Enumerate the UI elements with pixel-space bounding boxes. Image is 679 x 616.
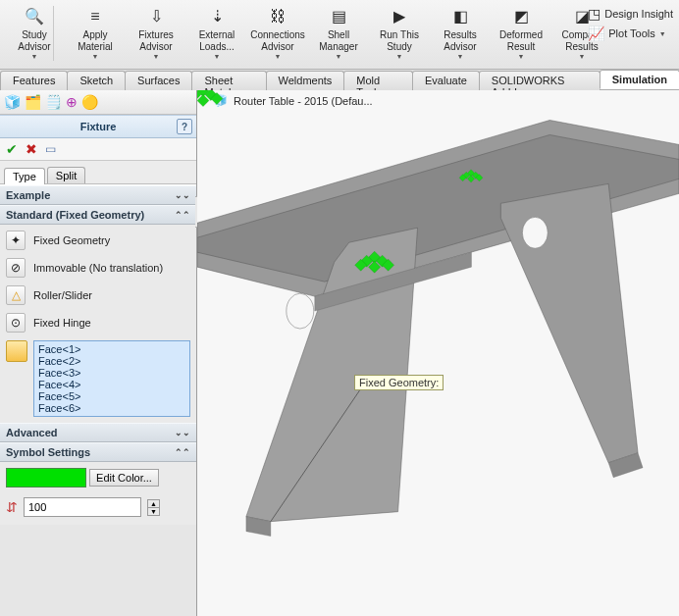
size-arrows-icon: ⇵ [6,499,18,515]
connection-icon: ⛓ [266,5,289,28]
command-tab-bar: Features Sketch Surfaces Sheet Metal Wel… [0,70,679,90]
ribbon-label: Shell Manager [319,29,357,52]
panel-subtabs: Type Split [0,161,196,184]
tab-addins[interactable]: SOLIDWORKS Add-Ins [479,71,601,90]
chevron-down-icon: ⌄⌄ [175,428,190,437]
ribbon-right-label: Plot Tools [608,27,655,39]
deformed-icon: ◩ [509,5,533,28]
tab-surfaces[interactable]: Surfaces [125,71,192,90]
ribbon-fixtures-advisor[interactable]: ⇩ Fixtures Advisor ▼ [126,2,186,64]
magnifier-icon: 🔍 [23,5,46,28]
ribbon-design-insight[interactable]: ◳ Design Insight [588,4,673,24]
chevron-down-icon: ▼ [92,53,99,61]
fixture-fixed-geometry[interactable]: ✦ Fixed Geometry [0,227,196,254]
fixture-fixed-hinge[interactable]: ⊙ Fixed Hinge [0,309,196,336]
symbol-color-swatch[interactable] [6,468,86,488]
fixture-icon: ⇩ [144,5,168,28]
section-example[interactable]: Example ⌄⌄ [0,185,196,205]
ribbon-label: Apply Material [78,29,113,52]
tab-features[interactable]: Features [0,71,68,90]
tab-mold-tools[interactable]: Mold Tools [343,71,413,90]
ribbon-label: Run This Study [380,29,419,52]
list-item[interactable]: Face<2> [38,355,185,367]
fixed-geometry-icon: ✦ [6,231,26,250]
workspace: 🧊 🗂️ 🗒️ ⊕ 🟡 Fixture ? ✔ ✖ ▭ Type Split E… [0,90,679,616]
ribbon-external-loads[interactable]: ⇣ External Loads... ▼ [186,2,247,64]
pin-button[interactable]: ▭ [45,142,56,156]
assembly-icon[interactable]: 🧊 [4,94,21,110]
material-icon: ≡ [83,5,107,28]
chevron-down-icon: ▼ [336,53,342,61]
chevron-down-icon: ▼ [153,53,160,61]
ribbon-apply-material[interactable]: ≡ Apply Material ▼ [65,2,126,64]
section-standard[interactable]: Standard (Fixed Geometry) ⌃⌃ [0,205,196,225]
ok-button[interactable]: ✔ [6,141,18,157]
symbol-size-row: ⇵ ▲▼ [0,491,196,523]
graphics-viewport[interactable]: ▸ 🧊 Router Table - 2015 (Defau... [197,90,679,616]
tree-icon[interactable]: 🗒️ [45,94,62,110]
symbol-size-input[interactable] [24,497,141,517]
ribbon-label: Deformed Result [499,29,543,52]
chevron-down-icon: ▼ [518,53,525,61]
shell-icon: ▤ [327,5,350,28]
ribbon-label: Fixtures Advisor [138,29,174,52]
list-item[interactable]: Face<1> [38,343,185,355]
ribbon-label: Results Advisor [444,29,476,52]
plot-icon: 📈 [588,26,604,41]
panel-title: Fixture ? [0,115,196,138]
ribbon-connections-advisor[interactable]: ⛓ Connections Advisor ▼ [247,2,308,64]
section-label: Symbol Settings [6,446,90,458]
ribbon-run-study[interactable]: ▶ Run This Study ▼ [369,2,430,64]
fixture-roller-slider[interactable]: △ Roller/Slider [0,282,196,309]
panel-title-text: Fixture [80,121,117,132]
cancel-button[interactable]: ✖ [26,141,37,157]
subtab-split[interactable]: Split [47,167,85,183]
tab-sketch[interactable]: Sketch [67,71,126,90]
tab-weldments[interactable]: Weldments [266,71,345,90]
section-symbol-settings[interactable]: Symbol Settings ⌃⌃ [0,442,196,462]
chevron-down-icon: ▼ [396,53,403,61]
fixture-tooltip: Fixed Geometry: [354,375,444,390]
face-select-icon[interactable] [6,340,27,362]
chevron-down-icon: ▼ [31,53,38,61]
ribbon-right-label: Design Insight [604,8,673,20]
section-symbol-body: Edit Color... ⇵ ▲▼ [0,462,196,525]
chevron-down-icon: ▼ [659,30,666,37]
tab-sheet-metal[interactable]: Sheet Metal [191,71,266,90]
fixture-label: Fixed Hinge [33,317,91,329]
section-label: Standard (Fixed Geometry) [6,209,144,221]
target-icon[interactable]: ⊕ [66,94,78,110]
roller-icon: △ [6,285,26,305]
fixture-immovable[interactable]: ⊘ Immovable (No translation) [0,254,196,282]
design-insight-icon: ◳ [588,6,601,22]
ribbon-results-advisor[interactable]: ◧ Results Advisor ▼ [430,2,491,64]
list-item[interactable]: Face<5> [38,390,185,402]
svg-point-4 [287,293,314,329]
load-icon: ⇣ [205,5,229,28]
display-icon[interactable]: 🟡 [81,94,98,110]
spinner-buttons[interactable]: ▲▼ [147,499,160,516]
ribbon-plot-tools[interactable]: 📈 Plot Tools ▼ [588,24,673,43]
edit-color-button[interactable]: Edit Color... [89,469,159,487]
list-item[interactable]: Face<6> [38,402,185,414]
ribbon-study-advisor[interactable]: 🔍 Study Advisor ▼ [4,2,65,64]
config-icon[interactable]: 🗂️ [25,94,41,110]
subtab-type[interactable]: Type [4,168,45,184]
tab-simulation[interactable]: Simulation [600,70,679,89]
section-label: Advanced [6,427,58,438]
run-icon: ▶ [388,5,411,28]
help-icon[interactable]: ? [177,119,192,134]
ribbon-shell-manager[interactable]: ▤ Shell Manager ▼ [308,2,369,64]
panel-toolbar: 🧊 🗂️ 🗒️ ⊕ 🟡 [0,90,196,115]
svg-point-7 [522,217,548,248]
tab-evaluate[interactable]: Evaluate [412,71,480,90]
ribbon-label: Connections Advisor [250,29,305,52]
list-item[interactable]: Face<4> [38,379,185,390]
chevron-up-icon: ⌃⌃ [175,447,190,457]
chevron-down-icon: ▼ [579,53,586,61]
ribbon-deformed-result[interactable]: ◩ Deformed Result ▼ [491,2,551,64]
face-list[interactable]: Face<1> Face<2> Face<3> Face<4> Face<5> … [33,340,190,417]
list-item[interactable]: Face<3> [38,367,185,379]
section-advanced[interactable]: Advanced ⌄⌄ [0,423,196,442]
svg-marker-5 [500,183,638,462]
